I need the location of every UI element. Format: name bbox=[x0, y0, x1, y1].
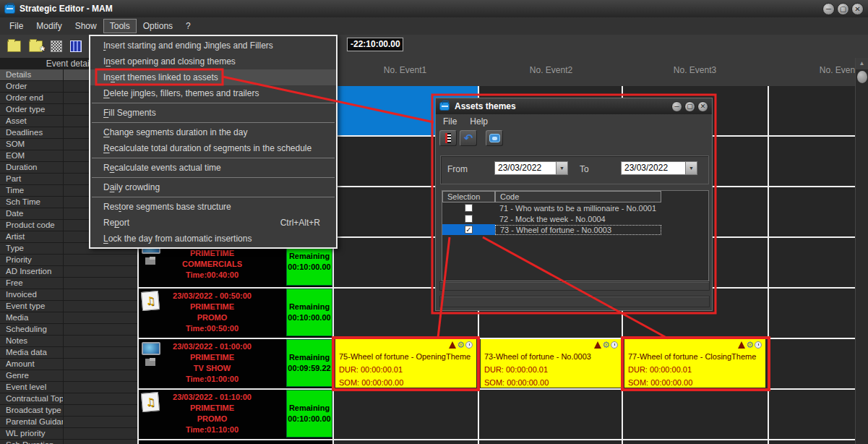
theme-title: 73-Wheel of fortune - No.0003 bbox=[484, 351, 618, 363]
sidebar-row-value[interactable] bbox=[64, 324, 137, 335]
sidebar-row-value[interactable] bbox=[64, 428, 137, 439]
menu-item-restore-segments-base-structure[interactable]: Restore segments base structure bbox=[90, 199, 336, 215]
theme-block-77-wheel-of-fortune-closingtheme[interactable]: ⚙77-Wheel of fortune - ClosingThemeDUR: … bbox=[624, 339, 765, 388]
sidebar-row-value[interactable] bbox=[64, 347, 137, 358]
menu-file[interactable]: File bbox=[3, 19, 30, 33]
to-dropdown-icon[interactable]: ▼ bbox=[686, 161, 697, 175]
new-folder-icon[interactable] bbox=[29, 40, 43, 52]
from-dropdown-icon[interactable]: ▼ bbox=[557, 161, 568, 175]
sidebar-row-notes[interactable]: Notes bbox=[0, 336, 137, 347]
table-row[interactable]: 71 - Who wants to be a millionaire - No.… bbox=[442, 202, 708, 213]
selection-cell[interactable]: ✓ bbox=[442, 224, 495, 235]
sidebar-row-value[interactable] bbox=[64, 359, 137, 370]
menu-item-lock-the-day-from-automatic-insertions[interactable]: Lock the day from automatic insertions bbox=[90, 231, 336, 247]
checkbox-icon[interactable] bbox=[465, 204, 473, 212]
theme-block-75-wheel-of-fortune-openingtheme[interactable]: ⚙75-Wheel of fortune - OpeningThemeDUR: … bbox=[335, 339, 476, 388]
insert-themes-button[interactable] bbox=[439, 130, 457, 146]
sidebar-row-sch-duration[interactable]: Sch Duration bbox=[0, 440, 137, 444]
sidebar-row-value[interactable] bbox=[64, 255, 137, 265]
sidebar-row-value[interactable] bbox=[64, 370, 137, 381]
table-row[interactable]: 72 - Mock the week - No.0004 bbox=[442, 213, 708, 224]
code-cell[interactable]: 71 - Who wants to be a millionaire - No.… bbox=[495, 204, 661, 213]
sidebar-row-value[interactable] bbox=[64, 301, 137, 312]
menu-item-recalculate-events-actual-time[interactable]: Recalculate events actual time bbox=[90, 160, 336, 176]
sidebar-row-value[interactable] bbox=[64, 336, 137, 346]
table-hscrollbar[interactable] bbox=[439, 281, 710, 291]
sidebar-row-label: Free bbox=[0, 278, 64, 289]
sidebar-row-genre[interactable]: Genre bbox=[0, 370, 137, 382]
menu-item-fill-segments[interactable]: Fill Segments bbox=[90, 105, 336, 121]
sidebar-row-scheduling[interactable]: Scheduling bbox=[0, 324, 137, 336]
checkbox-checked-icon[interactable]: ✓ bbox=[465, 226, 473, 234]
code-cell[interactable]: 72 - Mock the week - No.0004 bbox=[495, 215, 661, 223]
maximize-button[interactable]: ▢ bbox=[837, 3, 849, 15]
sidebar-row-value[interactable] bbox=[64, 278, 137, 289]
sidebar-row-priority[interactable]: Priority bbox=[0, 255, 137, 266]
close-button[interactable]: ✕ bbox=[851, 3, 864, 15]
menu-options[interactable]: Options bbox=[137, 19, 179, 33]
menu-item-delete-jingles-fillers-themes-and-trailers[interactable]: Delete jingles, fillers, themes and trai… bbox=[90, 85, 336, 101]
sidebar-row-invoiced[interactable]: Invoiced bbox=[0, 289, 137, 301]
dialog-close-button[interactable]: ✕ bbox=[697, 101, 708, 112]
sidebar-row-parental-guidan[interactable]: Parental Guidan bbox=[0, 417, 137, 428]
scrollbar-thumb[interactable] bbox=[857, 71, 867, 83]
sidebar-row-value[interactable] bbox=[64, 393, 137, 404]
sidebar-row-media[interactable]: Media bbox=[0, 312, 137, 324]
sidebar-row-amount[interactable]: Amount bbox=[0, 359, 137, 370]
sidebar-row-value[interactable] bbox=[64, 440, 137, 444]
to-date-value[interactable]: 23/03/2022 bbox=[621, 161, 686, 175]
selection-column-header[interactable]: Selection bbox=[442, 191, 495, 202]
checkbox-icon[interactable] bbox=[465, 215, 473, 223]
menu-item-report[interactable]: ReportCtrl+Alt+R bbox=[90, 215, 336, 231]
sidebar-row-value[interactable] bbox=[64, 266, 137, 277]
to-date-picker[interactable]: 23/03/2022 ▼ bbox=[621, 161, 697, 175]
code-column-header[interactable]: Code bbox=[495, 191, 661, 202]
theme-block-73-wheel-of-fortune-no-0003[interactable]: ⚙73-Wheel of fortune - No.0003DUR: 00:00… bbox=[481, 339, 622, 388]
event-block-promo[interactable]: ♫23/03/2022 - 00:50:00PRIMETIMEPROMOTime… bbox=[139, 289, 285, 336]
sidebar-row-broadcast-type[interactable]: Broadcast type bbox=[0, 405, 137, 417]
preview-button[interactable] bbox=[486, 130, 503, 146]
scroll-up-icon[interactable]: ▲ bbox=[856, 58, 868, 69]
open-folder-icon[interactable] bbox=[7, 40, 21, 52]
sidebar-row-contractual-top[interactable]: Contractual Top bbox=[0, 393, 137, 405]
sidebar-row-event-type[interactable]: Event type bbox=[0, 301, 137, 312]
menu-modify[interactable]: Modify bbox=[30, 19, 68, 33]
menu-item-insert-starting-and-ending-jingles-and-fillers[interactable]: Insert starting and ending Jingles and F… bbox=[90, 38, 336, 54]
sidebar-row-value[interactable] bbox=[64, 312, 137, 323]
code-cell[interactable]: 73 - Wheel of fortune - No.0003 bbox=[495, 225, 661, 235]
menu-item-insert-themes-linked-to-assets[interactable]: Insert themes linked to assets bbox=[90, 69, 336, 85]
grid-pattern-icon[interactable] bbox=[51, 40, 62, 52]
menu-item-insert-opening-and-closing-themes[interactable]: Insert opening and closing themes bbox=[90, 54, 336, 69]
dialog-menu-help[interactable]: Help bbox=[470, 116, 488, 127]
event-block-tv-show[interactable]: 23/03/2022 - 01:00:00PRIMETIMETV SHOWTim… bbox=[139, 339, 285, 387]
sidebar-row-event-level[interactable]: Event level bbox=[0, 382, 137, 393]
columns-icon[interactable] bbox=[70, 40, 82, 52]
table-row[interactable]: ✓73 - Wheel of fortune - No.0003 bbox=[442, 224, 708, 235]
from-date-value[interactable]: 23/03/2022 bbox=[494, 161, 557, 175]
menu-item-recalculate-total-duration-of-segments-in-the-schedule[interactable]: Recalculate total duration of segments i… bbox=[90, 140, 336, 156]
sidebar-row-value[interactable] bbox=[64, 417, 137, 427]
selection-cell[interactable] bbox=[442, 202, 495, 213]
minimize-button[interactable]: ─ bbox=[822, 3, 835, 15]
from-date-picker[interactable]: 23/03/2022 ▼ bbox=[494, 161, 568, 175]
vertical-scrollbar[interactable]: ▲ bbox=[855, 58, 868, 444]
sidebar-row-label: WL priority bbox=[0, 428, 64, 439]
sidebar-row-value[interactable] bbox=[64, 382, 137, 393]
dialog-menu-file[interactable]: File bbox=[443, 116, 457, 127]
dialog-maximize-button[interactable]: ▢ bbox=[684, 101, 695, 112]
sidebar-row-value[interactable] bbox=[64, 289, 137, 300]
menu-tools[interactable]: Tools bbox=[103, 19, 137, 33]
sidebar-row-value[interactable] bbox=[64, 405, 137, 416]
sidebar-row-media-data[interactable]: Media data bbox=[0, 347, 137, 359]
undo-button[interactable]: ↶ bbox=[460, 130, 477, 146]
menu-show[interactable]: Show bbox=[69, 19, 103, 33]
menu-item-change-segments-duration-in-the-day[interactable]: Change segments duration in the day bbox=[90, 124, 336, 140]
selection-cell[interactable] bbox=[442, 213, 495, 224]
menu-q[interactable]: ? bbox=[179, 19, 197, 33]
event-block-promo[interactable]: ♫23/03/2022 - 01:10:00PRIMETIMEPROMOTime… bbox=[139, 390, 285, 437]
sidebar-row-free[interactable]: Free bbox=[0, 278, 137, 289]
sidebar-row-ad-insertion[interactable]: AD Insertion bbox=[0, 266, 137, 278]
menu-item-daily-crowding[interactable]: Daily crowding bbox=[90, 179, 336, 195]
dialog-minimize-button[interactable]: ─ bbox=[671, 101, 682, 112]
sidebar-row-wl-priority[interactable]: WL priority bbox=[0, 428, 137, 440]
